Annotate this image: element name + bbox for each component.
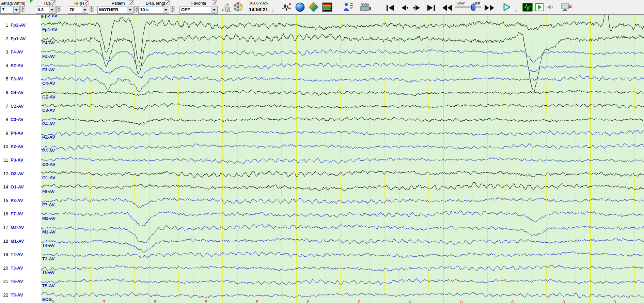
step-back-button[interactable] bbox=[398, 2, 410, 13]
channel-row: 8C3-AV bbox=[0, 117, 41, 123]
auto-play-button[interactable] bbox=[535, 3, 544, 12]
disp-length-spinner[interactable] bbox=[170, 6, 175, 14]
channel-label[interactable]: F8-AV bbox=[11, 198, 23, 204]
skip-to-start-button[interactable] bbox=[384, 2, 396, 13]
trace-label-F3-AV[interactable]: F3-AV bbox=[42, 67, 55, 72]
color-map-button[interactable] bbox=[308, 2, 319, 13]
hf-value: 70 bbox=[69, 6, 74, 13]
patient-info-button[interactable] bbox=[343, 1, 354, 12]
trace-label-F4-AV[interactable]: F4-AV bbox=[42, 40, 55, 45]
pattern-edit-pencil-icon[interactable] bbox=[129, 0, 134, 5]
chevron-down-icon[interactable] bbox=[163, 7, 169, 13]
channel-number: 8 bbox=[0, 117, 8, 123]
trace-label-ECG[interactable]: ECG bbox=[42, 297, 52, 302]
channel-label[interactable]: P3-AV bbox=[11, 157, 23, 163]
tc-spinner[interactable] bbox=[56, 6, 61, 14]
trace-label-O1-AV[interactable]: O1-AV bbox=[42, 175, 56, 180]
channel-label[interactable]: P4-AV bbox=[11, 130, 23, 136]
chevron-down-icon[interactable] bbox=[49, 7, 55, 13]
channel-label[interactable]: T5-AV bbox=[11, 292, 23, 298]
trace-label-FZ-AV[interactable]: FZ-AV bbox=[42, 54, 55, 59]
spin-down-icon[interactable] bbox=[20, 10, 25, 13]
sens-spinner[interactable] bbox=[20, 6, 25, 14]
speed-slider-track[interactable] bbox=[455, 6, 481, 8]
waveform-display-button[interactable] bbox=[281, 2, 292, 13]
channel-label[interactable]: T6-AV bbox=[11, 278, 23, 285]
trace-label-C4-AV[interactable]: C4-AV bbox=[42, 81, 55, 86]
hf-dropdown[interactable]: 70 bbox=[68, 6, 88, 14]
speaker-button[interactable] bbox=[546, 3, 554, 11]
disp-length-dropdown[interactable]: 10 s bbox=[138, 6, 169, 14]
channel-label[interactable]: O1-AV bbox=[11, 184, 24, 190]
chevron-down-icon[interactable] bbox=[211, 7, 217, 13]
channel-label[interactable]: T3-AV bbox=[11, 265, 23, 271]
disp-length-value: 10 s bbox=[140, 6, 148, 13]
trace-label-O2-AV[interactable]: O2-AV bbox=[42, 162, 56, 167]
channel-label[interactable]: Fp2-AV bbox=[11, 22, 26, 28]
toolbar-grip[interactable] bbox=[516, 9, 517, 10]
channel-label[interactable]: CZ-AV bbox=[11, 103, 24, 109]
channel-label[interactable]: PZ-AV bbox=[11, 143, 23, 150]
notch-filter-badge[interactable]: 50 bbox=[225, 7, 231, 12]
channel-number: 2 bbox=[0, 36, 8, 42]
channel-label[interactable]: C3-AV bbox=[11, 117, 23, 123]
channel-label[interactable]: T4-AV bbox=[11, 252, 23, 258]
tc-dropdown[interactable]: 0.3 bbox=[36, 6, 56, 14]
chevron-down-icon[interactable] bbox=[13, 7, 19, 13]
trace-label-T5-AV[interactable]: T5-AV bbox=[42, 283, 55, 288]
video-button[interactable] bbox=[359, 2, 372, 13]
trace-label-T6-AV[interactable]: T6-AV bbox=[42, 270, 55, 275]
spectrogram-button[interactable] bbox=[321, 2, 333, 13]
trace-label-P4-AV[interactable]: P4-AV bbox=[42, 121, 55, 126]
favorite-edit-pencil-icon[interactable] bbox=[213, 0, 217, 5]
chevron-down-icon[interactable] bbox=[82, 7, 88, 13]
hf-spinner[interactable] bbox=[89, 6, 94, 14]
toolbar-grip[interactable] bbox=[272, 9, 273, 10]
spin-down-icon[interactable] bbox=[170, 10, 175, 13]
channel-label[interactable]: F3-AV bbox=[11, 76, 23, 82]
rewind-button[interactable] bbox=[441, 2, 453, 13]
trace-label-Fp2-AV[interactable]: Fp2-AV bbox=[42, 14, 58, 18]
trace-label-M2-AV[interactable]: M2-AV bbox=[42, 216, 56, 221]
trace-label-Fp1-AV[interactable]: Fp1-AV bbox=[42, 27, 58, 32]
main-toolbar: Sens(uV/mm) 7 TC(s) 0.3 bbox=[0, 0, 644, 15]
channel-label[interactable]: M2-AV bbox=[11, 225, 24, 231]
disp-length-field-group: Disp. length 10 s bbox=[138, 0, 175, 14]
trace-label-F7-AV[interactable]: F7-AV bbox=[42, 202, 55, 207]
trace-label-CZ-AV[interactable]: CZ-AV bbox=[42, 94, 56, 100]
pattern-dropdown[interactable]: MOTHER bbox=[97, 6, 133, 14]
disp-length-edit-pencil-icon[interactable] bbox=[165, 0, 170, 5]
tc-edit-pencil-icon[interactable] bbox=[51, 0, 56, 5]
trace-label-T4-AV[interactable]: T4-AV bbox=[42, 243, 55, 248]
play-button[interactable] bbox=[501, 2, 512, 13]
channel-label[interactable]: O2-AV bbox=[11, 171, 24, 177]
network-button[interactable] bbox=[560, 2, 572, 13]
channel-label[interactable]: FZ-AV bbox=[11, 63, 23, 69]
sens-dropdown[interactable]: 7 bbox=[0, 6, 20, 14]
waveform-monitor-button[interactable] bbox=[522, 2, 533, 13]
spin-down-icon[interactable] bbox=[56, 10, 61, 13]
trace-label-M1-AV[interactable]: M1-AV bbox=[42, 229, 56, 234]
electrode-map-button[interactable] bbox=[232, 1, 244, 12]
favorite-dropdown[interactable]: OFF bbox=[179, 6, 218, 14]
trace-label-PZ-AV[interactable]: PZ-AV bbox=[42, 135, 55, 140]
speed-slider-handle[interactable] bbox=[471, 4, 475, 11]
eeg-trace-canvas[interactable] bbox=[41, 14, 644, 303]
channel-label[interactable]: F4-AV bbox=[11, 49, 23, 55]
hf-edit-pencil-icon[interactable] bbox=[84, 0, 89, 5]
spin-down-icon[interactable] bbox=[89, 10, 94, 13]
trace-label-P3-AV[interactable]: P3-AV bbox=[42, 148, 55, 153]
channel-label[interactable]: Fp1-AV bbox=[11, 36, 26, 42]
step-forward-button[interactable] bbox=[412, 2, 423, 13]
record-date: 26/06/2025 bbox=[247, 1, 270, 5]
trace-label-C3-AV[interactable]: C3-AV bbox=[42, 108, 55, 113]
chevron-down-icon[interactable] bbox=[127, 7, 133, 13]
brain-map-button[interactable] bbox=[294, 2, 306, 13]
channel-label[interactable]: M1-AV bbox=[11, 238, 24, 244]
trace-label-F8-AV[interactable]: F8-AV bbox=[42, 189, 55, 194]
channel-label[interactable]: F7-AV bbox=[11, 211, 23, 217]
trace-label-T3-AV[interactable]: T3-AV bbox=[42, 256, 55, 261]
channel-label[interactable]: C4-AV bbox=[11, 90, 23, 96]
fast-forward-button[interactable] bbox=[484, 2, 495, 13]
skip-to-end-button[interactable] bbox=[425, 2, 437, 13]
